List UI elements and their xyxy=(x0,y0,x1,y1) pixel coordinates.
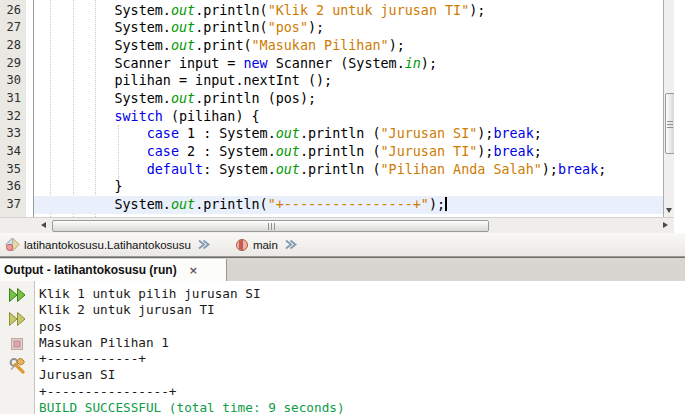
code-token: out xyxy=(171,197,195,212)
close-icon[interactable]: × xyxy=(189,264,198,277)
line-number: 28 xyxy=(0,37,26,55)
rerun-alt-button[interactable] xyxy=(7,310,27,328)
method-icon xyxy=(235,238,249,252)
code-token: 2 : System. xyxy=(179,144,276,159)
code-token: .println (pos); xyxy=(195,91,316,106)
code-editor[interactable]: 262728293031323334353637 System.out.prin… xyxy=(0,0,674,217)
code-token: .println( xyxy=(195,197,268,212)
scroll-down-arrow-icon[interactable] xyxy=(666,208,672,213)
code-token: switch xyxy=(115,109,163,124)
code-pane[interactable]: System.out.println("Klik 2 untuk jurusan… xyxy=(34,0,674,217)
code-token: .println ( xyxy=(300,162,381,177)
code-token: ); xyxy=(469,3,485,18)
line-number: 31 xyxy=(0,90,26,108)
chevron-double-icon[interactable] xyxy=(284,238,297,251)
breadcrumb-item-class[interactable]: latihantokosusu.Latihantokosusu xyxy=(24,239,191,251)
code-token xyxy=(50,162,147,177)
output-line: Klik 1 untuk pilih jurusan SI xyxy=(39,286,685,302)
chevron-double-icon[interactable] xyxy=(197,238,210,251)
netbeans-window: 262728293031323334353637 System.out.prin… xyxy=(0,0,685,414)
code-token: "Klik 2 untuk jurusan TI" xyxy=(268,3,470,18)
code-token: System. xyxy=(50,3,171,18)
code-token xyxy=(50,126,147,141)
code-line-33[interactable]: case 1 : System.out.println ("Jurusan SI… xyxy=(34,125,674,143)
code-token: pilihan = input.nextInt (); xyxy=(50,73,332,88)
code-line-35[interactable]: default: System.out.println ("Pilihan An… xyxy=(34,161,674,179)
code-token: out xyxy=(171,38,195,53)
code-token: ); xyxy=(308,20,324,35)
rerun-button[interactable] xyxy=(7,286,27,304)
editor-vertical-scrollbar[interactable] xyxy=(663,0,674,217)
code-token: .println ( xyxy=(300,126,381,141)
output-console[interactable]: Klik 1 untuk pilih jurusan SIKlik 2 untu… xyxy=(36,281,685,414)
code-line-36[interactable]: } xyxy=(34,178,674,196)
output-tab-bar: Output - latihantokosusu (run) × xyxy=(0,257,685,281)
code-token: (pilihan) { xyxy=(163,109,260,124)
code-token: "Pilihan Anda Salah" xyxy=(381,162,542,177)
vertical-scroll-thumb[interactable] xyxy=(665,93,674,154)
stop-icon xyxy=(10,337,24,351)
code-line-31[interactable]: System.out.println (pos); xyxy=(34,90,674,108)
output-panel: Klik 1 untuk pilih jurusan SIKlik 2 untu… xyxy=(0,281,685,414)
text-cursor xyxy=(445,197,447,211)
code-token: case xyxy=(147,144,179,159)
code-line-27[interactable]: System.out.println("pos"); xyxy=(34,19,674,37)
code-token: System. xyxy=(50,197,171,212)
line-number: 26 xyxy=(0,2,26,20)
code-token: "+----------------+" xyxy=(268,197,429,212)
editor-horizontal-scrollbar[interactable] xyxy=(0,217,674,233)
code-line-30[interactable]: pilihan = input.nextInt (); xyxy=(34,72,674,90)
output-line: +----------------+ xyxy=(39,384,685,400)
horizontal-scroll-thumb[interactable] xyxy=(52,220,489,232)
code-line-37[interactable]: System.out.println("+----------------+")… xyxy=(34,196,674,214)
code-token: .println( xyxy=(195,3,268,18)
breadcrumb-item-method[interactable]: main xyxy=(253,239,278,251)
stop-button[interactable] xyxy=(7,335,27,353)
code-token: .println ( xyxy=(300,144,381,159)
code-token: ); xyxy=(542,162,558,177)
code-token: ); xyxy=(421,56,437,71)
code-token: } xyxy=(50,179,123,194)
line-number: 33 xyxy=(0,125,26,143)
scroll-left-arrow-icon[interactable] xyxy=(41,222,46,228)
code-token: break xyxy=(493,126,533,141)
code-token: "Masukan Pilihan" xyxy=(252,38,389,53)
code-token: "Jurusan TI" xyxy=(381,144,478,159)
line-number: 27 xyxy=(0,19,26,37)
line-number-gutter: 262728293031323334353637 xyxy=(0,0,26,217)
build-settings-icon xyxy=(8,356,27,374)
code-token: .println( xyxy=(195,20,268,35)
code-token: default xyxy=(147,162,203,177)
code-token: ; xyxy=(598,162,606,177)
build-settings-button[interactable] xyxy=(7,356,27,374)
code-token: System. xyxy=(50,20,171,35)
code-token xyxy=(50,144,147,159)
output-line: BUILD SUCCESSFUL (total time: 9 seconds) xyxy=(39,400,685,414)
code-token: 1 : System. xyxy=(179,126,276,141)
scroll-right-arrow-icon[interactable] xyxy=(663,222,668,228)
line-number: 34 xyxy=(0,143,26,161)
line-number: 32 xyxy=(0,108,26,126)
code-token: in xyxy=(405,56,421,71)
code-token: Scanner (System. xyxy=(268,56,405,71)
code-line-32[interactable]: switch (pilihan) { xyxy=(34,108,674,126)
line-number: 36 xyxy=(0,178,26,196)
code-token: "Jurusan SI" xyxy=(381,126,478,141)
code-line-26[interactable]: System.out.println("Klik 2 untuk jurusan… xyxy=(34,2,674,20)
tab-output[interactable]: Output - latihantokosusu (run) × xyxy=(0,259,227,281)
output-line: Masukan Pilihan 1 xyxy=(39,335,685,351)
code-token: ); xyxy=(477,144,493,159)
line-number: 35 xyxy=(0,161,26,179)
output-tab-title: Output - latihantokosusu (run) xyxy=(4,263,177,277)
code-line-34[interactable]: case 2 : System.out.println ("Jurusan TI… xyxy=(34,143,674,161)
class-icon xyxy=(5,237,20,252)
code-token: ; xyxy=(534,144,542,159)
code-fold-column xyxy=(26,0,34,217)
code-token: .print( xyxy=(195,38,251,53)
line-number: 30 xyxy=(0,72,26,90)
code-line-29[interactable]: Scanner input = new Scanner (System.in); xyxy=(34,55,674,73)
scroll-grip xyxy=(667,124,673,125)
code-line-28[interactable]: System.out.print("Masukan Pilihan"); xyxy=(34,37,674,55)
scroll-grip xyxy=(271,223,272,230)
code-token: System. xyxy=(50,91,171,106)
